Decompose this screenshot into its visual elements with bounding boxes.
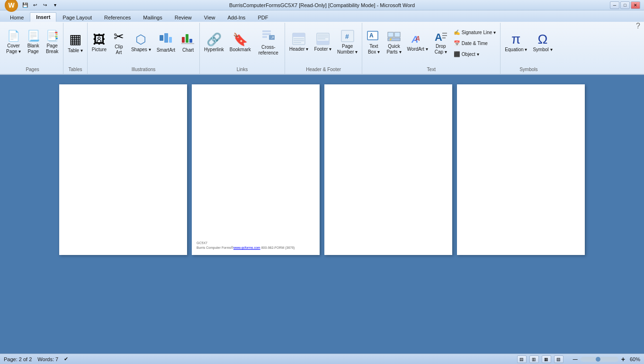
clip-art-button[interactable]: ✂ ClipArt (110, 25, 128, 60)
quick-parts-button[interactable]: ⚡ QuickParts ▾ (384, 25, 403, 60)
help-button[interactable]: ? (636, 22, 640, 30)
title-bar-left: W 💾 ↩ ↪ ▾ (4, 0, 59, 13)
tab-page-layout[interactable]: Page Layout (56, 12, 98, 22)
table-button[interactable]: ▦ Table ▾ (65, 25, 85, 60)
svg-rect-4 (186, 34, 188, 43)
tab-pdf[interactable]: PDF (251, 12, 274, 22)
clip-art-label: ClipArt (115, 44, 123, 55)
symbol-button[interactable]: Ω Symbol ▾ (530, 25, 555, 60)
signature-line-button[interactable]: ✍ Signature Line ▾ (451, 27, 498, 37)
zoom-slider[interactable] (581, 357, 618, 362)
cover-page-button[interactable]: 📄 CoverPage ▾ (4, 25, 23, 60)
footer-phone: 800-982-FORM (3676) (260, 246, 295, 249)
office-button[interactable]: W (5, 0, 18, 12)
chart-button[interactable]: Chart (179, 25, 197, 60)
header-button[interactable]: Header ▾ (287, 25, 311, 60)
view-web-button[interactable]: ▧ (554, 355, 564, 363)
page-break-icon: 📑 (46, 30, 59, 42)
redo-button[interactable]: ↪ (41, 1, 49, 9)
header-footer-items: Header ▾ Footer ▾ (287, 24, 360, 66)
save-button[interactable]: 💾 (21, 1, 29, 9)
spell-check-icon[interactable]: ✔ (64, 356, 68, 362)
drop-cap-icon: A (434, 29, 448, 44)
page-number-icon: # (340, 29, 355, 44)
ribbon-group-text: A TextBox ▾ ⚡ QuickParts ▾ (362, 23, 501, 74)
maximize-button[interactable]: □ (620, 1, 630, 9)
ribbon: 📄 CoverPage ▾ 📃 BlankPage 📑 PageBreak Pa… (0, 22, 644, 75)
hyperlink-icon: 🔗 (206, 32, 222, 47)
cross-reference-button[interactable]: ↗ Cross-reference (254, 25, 283, 60)
zoom-thumb[interactable] (596, 357, 600, 362)
zoom-level: 60% (630, 356, 640, 362)
svg-rect-5 (189, 39, 192, 43)
ribbon-group-pages: 📄 CoverPage ▾ 📃 BlankPage 📑 PageBreak Pa… (2, 23, 63, 74)
drop-cap-button[interactable]: A DropCap ▾ (431, 25, 450, 60)
date-time-button[interactable]: 📅 Date & Time (451, 38, 498, 48)
tab-review[interactable]: Review (169, 12, 198, 22)
footer-link[interactable]: www.gcforms.com (233, 246, 260, 249)
header-footer-group-label: Header & Footer (287, 66, 360, 73)
clip-art-icon: ✂ (114, 29, 124, 44)
chart-label: Chart (182, 47, 194, 53)
hyperlink-button[interactable]: 🔗 Hyperlink (202, 25, 226, 60)
tab-addins[interactable]: Add-Ins (221, 12, 251, 22)
close-button[interactable]: ✕ (631, 1, 640, 9)
symbol-label: Symbol ▾ (533, 47, 552, 53)
equation-icon: π (511, 32, 520, 47)
svg-rect-0 (160, 35, 163, 41)
page-indicator: Page: 2 of 2 (4, 356, 32, 362)
ribbon-tabs: Home Insert Page Layout References Maili… (0, 10, 644, 22)
page-number-label: PageNumber ▾ (337, 44, 358, 55)
tab-references[interactable]: References (98, 12, 137, 22)
minimize-button[interactable]: ─ (610, 1, 619, 9)
bookmark-button[interactable]: 🔖 Bookmark (227, 25, 253, 60)
svg-rect-13 (293, 33, 305, 37)
more-button[interactable]: ▾ (51, 1, 59, 9)
zoom-minus[interactable]: ─ (573, 355, 578, 363)
picture-button[interactable]: 🖼 Picture (89, 25, 109, 60)
footer-button[interactable]: Footer ▾ (312, 25, 334, 60)
signature-line-icon: ✍ (454, 29, 460, 36)
object-button[interactable]: ⬛ Object ▾ (451, 49, 498, 59)
view-reading-button[interactable]: ▥ (529, 355, 539, 363)
svg-rect-2 (169, 37, 172, 43)
svg-rect-3 (182, 37, 185, 43)
view-print-button[interactable]: ▦ (542, 355, 551, 363)
status-bar-left: Page: 2 of 2 Words: 7 ✔ (4, 356, 68, 362)
smartart-button[interactable]: SmartArt (154, 25, 178, 60)
view-normal-button[interactable]: ▤ (517, 355, 527, 363)
zoom-plus[interactable]: + (621, 355, 625, 363)
ribbon-group-tables: ▦ Table ▾ Tables (63, 23, 88, 74)
tab-mailings[interactable]: Mailings (137, 12, 168, 22)
bookmark-label: Bookmark (230, 47, 251, 53)
text-box-button[interactable]: A TextBox ▾ (364, 25, 383, 60)
tables-group-label: Tables (65, 66, 85, 73)
text-group-label: Text (364, 66, 498, 73)
tab-home[interactable]: Home (4, 12, 30, 22)
links-group-label: Links (202, 66, 283, 73)
cross-reference-label: Cross-reference (257, 45, 280, 56)
window-controls: ─ □ ✕ (610, 1, 640, 9)
page-break-button[interactable]: 📑 PageBreak (43, 25, 61, 60)
ribbon-group-header-footer: Header ▾ Footer ▾ (285, 23, 363, 74)
wordart-button[interactable]: A A WordArt ▾ (405, 25, 430, 60)
svg-text:A: A (415, 35, 420, 42)
blank-page-button[interactable]: 📃 BlankPage (24, 25, 42, 60)
tab-insert[interactable]: Insert (30, 12, 56, 22)
undo-button[interactable]: ↩ (31, 1, 39, 9)
svg-text:⚡: ⚡ (389, 37, 393, 41)
svg-text:#: # (345, 33, 349, 40)
shapes-button[interactable]: ⬡ Shapes ▾ (129, 25, 153, 60)
svg-text:↗: ↗ (271, 36, 274, 40)
quick-parts-label: QuickParts ▾ (386, 44, 401, 55)
tab-view[interactable]: View (198, 12, 222, 22)
equation-button[interactable]: π Equation ▾ (502, 25, 529, 60)
window-title: BurrisComputerFormsGC5X7 [Read-Only] [Co… (229, 2, 415, 8)
blank-page-label: BlankPage (27, 43, 39, 55)
ribbon-group-illustrations: 🖼 Picture ✂ ClipArt ⬡ Shapes ▾ (88, 23, 200, 74)
page-number-button[interactable]: # PageNumber ▾ (335, 25, 360, 60)
document-area: GC5X7 Burris Computer Forms®www.gcforms.… (0, 75, 644, 354)
wordart-label: WordArt ▾ (407, 46, 428, 52)
illustrations-items: 🖼 Picture ✂ ClipArt ⬡ Shapes ▾ (89, 24, 197, 66)
svg-text:A: A (369, 32, 374, 39)
